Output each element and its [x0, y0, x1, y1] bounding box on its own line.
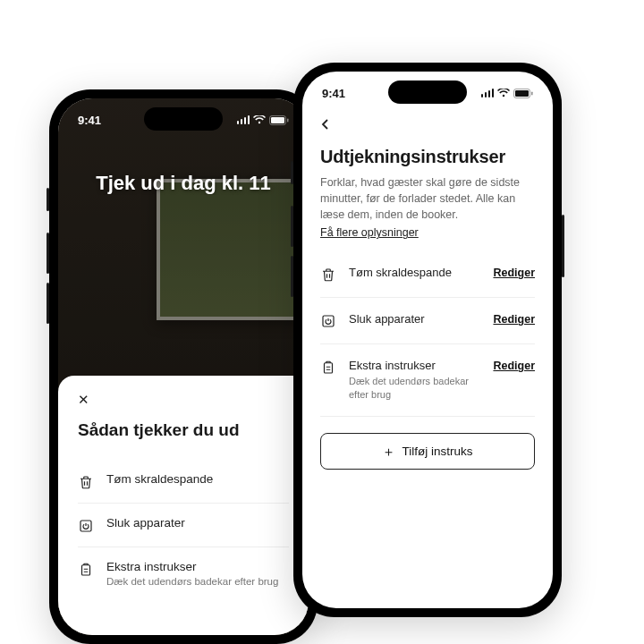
power-icon — [320, 313, 336, 329]
dynamic-island — [144, 107, 223, 131]
stage: 9:41 Tjek ud i dag kl. 11 ✕ Sådan tjekke… — [0, 0, 644, 644]
svg-rect-2 — [287, 118, 289, 122]
item-label: Tøm skraldespande — [106, 472, 289, 486]
edit-link[interactable]: Rediger — [493, 267, 535, 279]
list-item: Ekstra instrukser Dæk det udendørs badek… — [78, 547, 289, 599]
item-sub: Dæk det udendørs badekar efter brug — [349, 375, 480, 402]
sheet-title: Sådan tjekker du ud — [78, 420, 289, 440]
page-description: Forklar, hvad gæster skal gøre de sidste… — [320, 174, 535, 223]
item-label: Sluk apparater — [106, 516, 289, 530]
status-time: 9:41 — [322, 87, 345, 100]
side-button — [291, 161, 293, 184]
trash-icon — [320, 267, 336, 283]
list-item: Tøm skraldespande — [78, 460, 289, 504]
side-button — [47, 283, 49, 324]
screen-back: 9:41 Tjek ud i dag kl. 11 ✕ Sådan tjekke… — [58, 98, 309, 635]
clipboard-icon — [320, 360, 336, 376]
wifi-icon — [253, 115, 266, 124]
side-button — [47, 233, 49, 274]
side-button — [291, 206, 293, 247]
wifi-icon — [497, 89, 510, 97]
plus-icon: ＋ — [382, 445, 395, 458]
svg-rect-7 — [531, 91, 533, 95]
add-instruction-button[interactable]: ＋ Tilføj instruks — [320, 433, 535, 470]
dynamic-island — [388, 80, 467, 104]
list-item: Sluk apparater — [78, 504, 289, 547]
instruction-row: Sluk apparater Rediger — [320, 298, 535, 344]
edit-link[interactable]: Rediger — [493, 360, 535, 372]
screen-front: 9:41 Udtjekningsinstrukser Forklar, hvad — [302, 72, 553, 608]
edit-link[interactable]: Rediger — [493, 313, 535, 326]
status-indicators — [481, 89, 534, 98]
learn-more-link[interactable]: Få flere oplysninger — [320, 226, 419, 239]
battery-icon — [513, 89, 533, 98]
instruction-row: Tøm skraldespande Rediger — [320, 251, 535, 298]
trash-icon — [78, 474, 94, 490]
hero-title: Tjek ud i dag kl. 11 — [58, 172, 309, 195]
item-label: Sluk apparater — [349, 312, 480, 326]
svg-rect-9 — [325, 363, 333, 373]
page-content: Udtjekningsinstrukser Forklar, hvad gæst… — [302, 111, 553, 608]
item-label: Ekstra instrukser — [349, 359, 480, 372]
clipboard-icon — [78, 562, 94, 578]
battery-icon — [269, 115, 289, 125]
phone-back: 9:41 Tjek ud i dag kl. 11 ✕ Sådan tjekke… — [49, 89, 318, 644]
instruction-row: Ekstra instrukser Dæk det udendørs badek… — [320, 344, 535, 417]
side-button — [562, 215, 564, 277]
status-time: 9:41 — [78, 114, 101, 127]
item-label: Tøm skraldespande — [349, 266, 480, 279]
status-indicators — [237, 115, 290, 125]
add-button-label: Tilføj instruks — [402, 445, 472, 458]
cellular-icon — [237, 115, 250, 124]
power-icon — [78, 518, 94, 534]
phone-front: 9:41 Udtjekningsinstrukser Forklar, hvad — [293, 63, 562, 617]
svg-rect-4 — [82, 565, 90, 575]
checkout-sheet: ✕ Sådan tjekker du ud Tøm skraldespande … — [58, 376, 309, 635]
page-title: Udtjekningsinstrukser — [320, 147, 535, 167]
svg-rect-1 — [271, 117, 284, 123]
side-button — [291, 256, 293, 297]
back-icon[interactable] — [320, 118, 331, 131]
close-icon[interactable]: ✕ — [78, 392, 289, 408]
cellular-icon — [481, 89, 495, 97]
item-sub: Dæk det udendørs badekar efter brug — [106, 576, 289, 587]
item-label: Ekstra instrukser — [106, 560, 289, 573]
side-button — [47, 188, 49, 211]
svg-rect-6 — [515, 90, 529, 97]
